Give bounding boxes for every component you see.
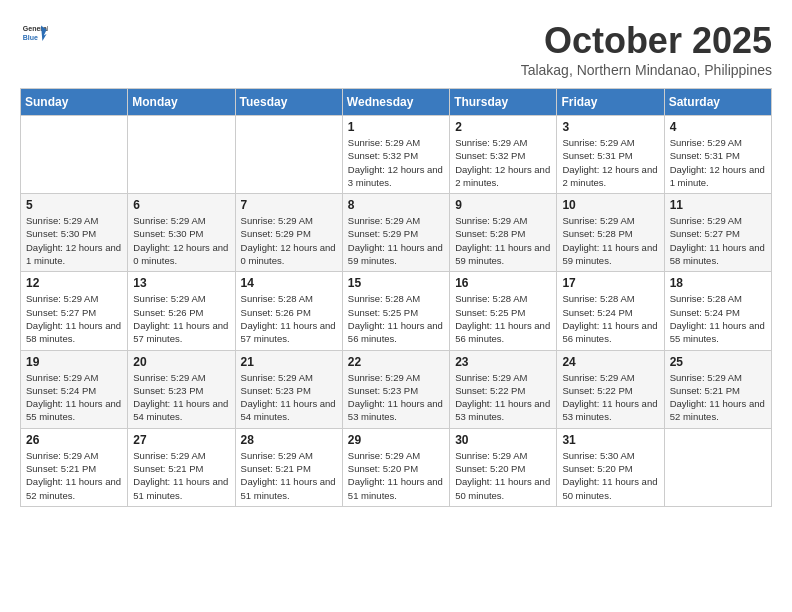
day-info: Sunrise: 5:29 AM Sunset: 5:28 PM Dayligh… <box>455 214 551 267</box>
day-number: 7 <box>241 198 337 212</box>
day-number: 31 <box>562 433 658 447</box>
location: Talakag, Northern Mindanao, Philippines <box>521 62 772 78</box>
day-number: 2 <box>455 120 551 134</box>
day-info: Sunrise: 5:29 AM Sunset: 5:23 PM Dayligh… <box>133 371 229 424</box>
day-number: 9 <box>455 198 551 212</box>
calendar-cell: 20Sunrise: 5:29 AM Sunset: 5:23 PM Dayli… <box>128 350 235 428</box>
day-number: 25 <box>670 355 766 369</box>
calendar-cell: 1Sunrise: 5:29 AM Sunset: 5:32 PM Daylig… <box>342 116 449 194</box>
day-number: 19 <box>26 355 122 369</box>
day-info: Sunrise: 5:29 AM Sunset: 5:21 PM Dayligh… <box>241 449 337 502</box>
day-number: 20 <box>133 355 229 369</box>
calendar-cell <box>21 116 128 194</box>
day-number: 14 <box>241 276 337 290</box>
calendar-cell: 14Sunrise: 5:28 AM Sunset: 5:26 PM Dayli… <box>235 272 342 350</box>
calendar-cell <box>235 116 342 194</box>
day-info: Sunrise: 5:29 AM Sunset: 5:31 PM Dayligh… <box>670 136 766 189</box>
calendar-cell: 24Sunrise: 5:29 AM Sunset: 5:22 PM Dayli… <box>557 350 664 428</box>
calendar-cell: 3Sunrise: 5:29 AM Sunset: 5:31 PM Daylig… <box>557 116 664 194</box>
day-info: Sunrise: 5:29 AM Sunset: 5:21 PM Dayligh… <box>26 449 122 502</box>
day-number: 26 <box>26 433 122 447</box>
day-info: Sunrise: 5:29 AM Sunset: 5:20 PM Dayligh… <box>348 449 444 502</box>
calendar-cell: 31Sunrise: 5:30 AM Sunset: 5:20 PM Dayli… <box>557 428 664 506</box>
day-info: Sunrise: 5:28 AM Sunset: 5:24 PM Dayligh… <box>562 292 658 345</box>
calendar-cell: 16Sunrise: 5:28 AM Sunset: 5:25 PM Dayli… <box>450 272 557 350</box>
day-info: Sunrise: 5:29 AM Sunset: 5:27 PM Dayligh… <box>670 214 766 267</box>
day-number: 28 <box>241 433 337 447</box>
day-info: Sunrise: 5:28 AM Sunset: 5:25 PM Dayligh… <box>348 292 444 345</box>
day-number: 18 <box>670 276 766 290</box>
day-info: Sunrise: 5:29 AM Sunset: 5:24 PM Dayligh… <box>26 371 122 424</box>
day-info: Sunrise: 5:29 AM Sunset: 5:32 PM Dayligh… <box>348 136 444 189</box>
day-number: 13 <box>133 276 229 290</box>
day-number: 10 <box>562 198 658 212</box>
day-info: Sunrise: 5:29 AM Sunset: 5:23 PM Dayligh… <box>241 371 337 424</box>
weekday-header-thursday: Thursday <box>450 89 557 116</box>
calendar-cell <box>664 428 771 506</box>
weekday-header-friday: Friday <box>557 89 664 116</box>
calendar-cell: 22Sunrise: 5:29 AM Sunset: 5:23 PM Dayli… <box>342 350 449 428</box>
calendar-cell: 23Sunrise: 5:29 AM Sunset: 5:22 PM Dayli… <box>450 350 557 428</box>
calendar-cell: 18Sunrise: 5:28 AM Sunset: 5:24 PM Dayli… <box>664 272 771 350</box>
day-number: 12 <box>26 276 122 290</box>
day-number: 21 <box>241 355 337 369</box>
weekday-header-wednesday: Wednesday <box>342 89 449 116</box>
day-number: 30 <box>455 433 551 447</box>
day-info: Sunrise: 5:29 AM Sunset: 5:30 PM Dayligh… <box>133 214 229 267</box>
calendar-cell: 4Sunrise: 5:29 AM Sunset: 5:31 PM Daylig… <box>664 116 771 194</box>
calendar-table: SundayMondayTuesdayWednesdayThursdayFrid… <box>20 88 772 507</box>
day-number: 6 <box>133 198 229 212</box>
calendar-cell: 29Sunrise: 5:29 AM Sunset: 5:20 PM Dayli… <box>342 428 449 506</box>
day-number: 5 <box>26 198 122 212</box>
month-title: October 2025 <box>521 20 772 62</box>
weekday-header-saturday: Saturday <box>664 89 771 116</box>
calendar-cell: 27Sunrise: 5:29 AM Sunset: 5:21 PM Dayli… <box>128 428 235 506</box>
calendar-cell: 21Sunrise: 5:29 AM Sunset: 5:23 PM Dayli… <box>235 350 342 428</box>
day-number: 11 <box>670 198 766 212</box>
day-info: Sunrise: 5:28 AM Sunset: 5:24 PM Dayligh… <box>670 292 766 345</box>
day-info: Sunrise: 5:29 AM Sunset: 5:22 PM Dayligh… <box>455 371 551 424</box>
day-info: Sunrise: 5:29 AM Sunset: 5:22 PM Dayligh… <box>562 371 658 424</box>
calendar-cell: 25Sunrise: 5:29 AM Sunset: 5:21 PM Dayli… <box>664 350 771 428</box>
day-info: Sunrise: 5:29 AM Sunset: 5:28 PM Dayligh… <box>562 214 658 267</box>
logo: General Blue <box>20 20 52 48</box>
calendar-week-4: 19Sunrise: 5:29 AM Sunset: 5:24 PM Dayli… <box>21 350 772 428</box>
calendar-cell: 17Sunrise: 5:28 AM Sunset: 5:24 PM Dayli… <box>557 272 664 350</box>
day-number: 1 <box>348 120 444 134</box>
calendar-cell: 6Sunrise: 5:29 AM Sunset: 5:30 PM Daylig… <box>128 194 235 272</box>
calendar-week-1: 1Sunrise: 5:29 AM Sunset: 5:32 PM Daylig… <box>21 116 772 194</box>
day-number: 15 <box>348 276 444 290</box>
calendar-cell: 2Sunrise: 5:29 AM Sunset: 5:32 PM Daylig… <box>450 116 557 194</box>
weekday-header-monday: Monday <box>128 89 235 116</box>
weekday-header-tuesday: Tuesday <box>235 89 342 116</box>
page-header: General Blue October 2025 Talakag, North… <box>20 20 772 78</box>
calendar-cell: 26Sunrise: 5:29 AM Sunset: 5:21 PM Dayli… <box>21 428 128 506</box>
day-number: 24 <box>562 355 658 369</box>
day-info: Sunrise: 5:29 AM Sunset: 5:21 PM Dayligh… <box>670 371 766 424</box>
calendar-cell: 13Sunrise: 5:29 AM Sunset: 5:26 PM Dayli… <box>128 272 235 350</box>
day-info: Sunrise: 5:29 AM Sunset: 5:31 PM Dayligh… <box>562 136 658 189</box>
calendar-cell: 7Sunrise: 5:29 AM Sunset: 5:29 PM Daylig… <box>235 194 342 272</box>
day-number: 27 <box>133 433 229 447</box>
calendar-header-row: SundayMondayTuesdayWednesdayThursdayFrid… <box>21 89 772 116</box>
day-info: Sunrise: 5:30 AM Sunset: 5:20 PM Dayligh… <box>562 449 658 502</box>
day-info: Sunrise: 5:29 AM Sunset: 5:26 PM Dayligh… <box>133 292 229 345</box>
calendar-cell: 12Sunrise: 5:29 AM Sunset: 5:27 PM Dayli… <box>21 272 128 350</box>
calendar-week-3: 12Sunrise: 5:29 AM Sunset: 5:27 PM Dayli… <box>21 272 772 350</box>
day-info: Sunrise: 5:29 AM Sunset: 5:21 PM Dayligh… <box>133 449 229 502</box>
day-info: Sunrise: 5:28 AM Sunset: 5:26 PM Dayligh… <box>241 292 337 345</box>
day-info: Sunrise: 5:29 AM Sunset: 5:30 PM Dayligh… <box>26 214 122 267</box>
day-number: 22 <box>348 355 444 369</box>
logo-icon: General Blue <box>20 20 48 48</box>
calendar-cell <box>128 116 235 194</box>
calendar-cell: 30Sunrise: 5:29 AM Sunset: 5:20 PM Dayli… <box>450 428 557 506</box>
calendar-cell: 10Sunrise: 5:29 AM Sunset: 5:28 PM Dayli… <box>557 194 664 272</box>
day-info: Sunrise: 5:29 AM Sunset: 5:27 PM Dayligh… <box>26 292 122 345</box>
weekday-header-sunday: Sunday <box>21 89 128 116</box>
calendar-cell: 11Sunrise: 5:29 AM Sunset: 5:27 PM Dayli… <box>664 194 771 272</box>
day-number: 29 <box>348 433 444 447</box>
title-block: October 2025 Talakag, Northern Mindanao,… <box>521 20 772 78</box>
calendar-cell: 5Sunrise: 5:29 AM Sunset: 5:30 PM Daylig… <box>21 194 128 272</box>
calendar-cell: 9Sunrise: 5:29 AM Sunset: 5:28 PM Daylig… <box>450 194 557 272</box>
day-number: 3 <box>562 120 658 134</box>
